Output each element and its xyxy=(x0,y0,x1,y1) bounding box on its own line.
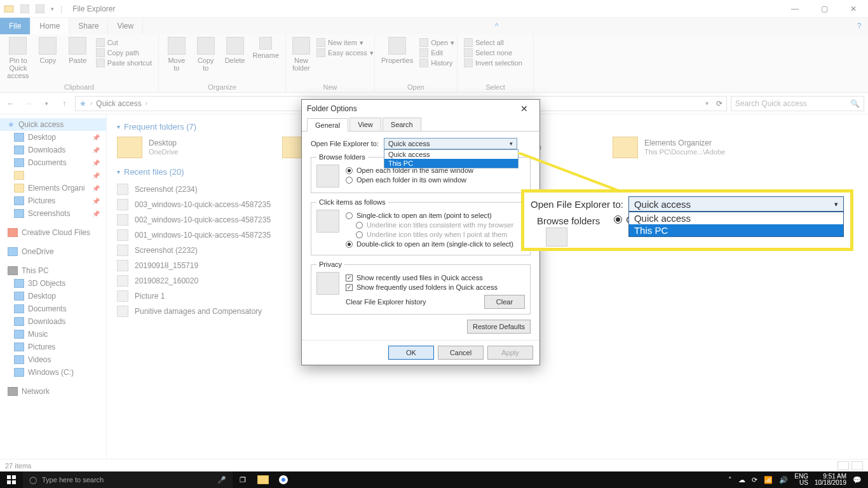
tab-file[interactable]: File xyxy=(0,18,31,34)
copypath-button[interactable]: Copy path xyxy=(96,48,152,57)
callout-option-this-pc[interactable]: This PC xyxy=(629,224,843,236)
edit-button[interactable]: Edit xyxy=(419,48,454,57)
clear-button[interactable]: Clear xyxy=(484,295,525,309)
moveto-button[interactable]: Move to xyxy=(165,37,188,72)
folder-item[interactable]: Elements OrganizerThis PC\Docume...\Adob… xyxy=(613,137,752,158)
easyaccess-button[interactable]: Easy access ▾ xyxy=(316,48,374,57)
sidebar-quick-access[interactable]: ★Quick access xyxy=(0,118,106,131)
radio-single-click[interactable]: Single-click to open an item (point to s… xyxy=(346,212,513,219)
tab-home[interactable]: Home xyxy=(31,18,69,34)
taskbar-explorer-icon[interactable] xyxy=(253,471,273,488)
help-icon[interactable]: ? xyxy=(850,18,868,34)
rename-button[interactable]: Rename xyxy=(252,37,279,59)
task-view-icon[interactable]: ❐ xyxy=(233,471,253,488)
open-button[interactable]: Open ▾ xyxy=(419,38,454,47)
callout-combo[interactable]: Quick access ▾ Quick access This PC xyxy=(628,196,844,212)
callout-option-quick-access[interactable]: Quick access xyxy=(629,212,843,224)
folder-item[interactable]: DesktopOneDrive xyxy=(117,137,257,158)
nav-forward-icon[interactable]: → xyxy=(22,97,36,111)
view-large-icon[interactable] xyxy=(851,461,863,470)
selectnone-button[interactable]: Select none xyxy=(464,48,522,57)
view-details-icon[interactable] xyxy=(837,461,849,470)
apply-button[interactable]: Apply xyxy=(487,346,533,360)
maximize-button[interactable]: ▢ xyxy=(810,0,839,18)
tray-clock[interactable]: 9:51 AM10/18/2019 xyxy=(815,473,846,487)
qat-properties-icon[interactable] xyxy=(20,4,29,13)
newfolder-button[interactable]: New folder xyxy=(292,37,310,72)
open-explorer-combo[interactable]: Quick access ▾ Quick access This PC xyxy=(384,138,517,149)
tray-onedrive-icon[interactable]: ☁ xyxy=(738,476,745,484)
nav-up-icon[interactable]: ↑ xyxy=(57,97,71,111)
restore-defaults-button[interactable]: Restore Defaults xyxy=(467,320,531,334)
radio-own-window[interactable]: Open each folder in its own window xyxy=(346,176,473,184)
sidebar-item[interactable]: Screenshots📌 xyxy=(0,207,106,220)
sidebar-this-pc[interactable]: This PC xyxy=(0,264,106,277)
delete-button[interactable]: Delete xyxy=(224,37,247,64)
taskbar-chrome-icon[interactable] xyxy=(273,471,294,488)
sidebar-item[interactable]: Windows (C:) xyxy=(0,366,106,379)
ribbon-collapse-icon[interactable]: ^ xyxy=(488,18,506,34)
dialog-tab-view[interactable]: View xyxy=(349,118,381,131)
newitem-button[interactable]: New item ▾ xyxy=(316,38,374,47)
ok-button[interactable]: OK xyxy=(388,346,434,360)
taskbar-search[interactable]: ◯Type here to search🎤 xyxy=(23,471,233,488)
svg-rect-8 xyxy=(257,475,269,484)
sidebar-item[interactable]: Downloads xyxy=(0,315,106,328)
svg-rect-5 xyxy=(12,475,16,479)
sidebar-item[interactable]: Music xyxy=(0,328,106,341)
cut-button[interactable]: Cut xyxy=(96,38,152,47)
minimize-button[interactable]: — xyxy=(780,0,810,18)
pin-quickaccess-button[interactable]: Pin to Quick access xyxy=(6,37,30,79)
invertselection-button[interactable]: Invert selection xyxy=(464,58,522,67)
file-icon xyxy=(117,245,128,256)
dialog-tab-general[interactable]: General xyxy=(307,118,348,132)
sidebar-item[interactable]: 3D Objects xyxy=(0,277,106,290)
check-frequent-folders[interactable]: Show frequently used folders in Quick ac… xyxy=(346,283,525,291)
tray-volume-icon[interactable]: 🔊 xyxy=(779,476,788,484)
tray-up-icon[interactable]: ˄ xyxy=(728,476,732,484)
dialog-tab-search[interactable]: Search xyxy=(383,118,421,131)
mic-icon[interactable]: 🎤 xyxy=(217,476,226,484)
file-icon xyxy=(117,306,128,317)
refresh-icon[interactable]: ⟳ xyxy=(716,99,722,108)
nav-recent-icon[interactable]: ▾ xyxy=(39,97,53,111)
sidebar-item[interactable]: Pictures📌 xyxy=(0,194,106,207)
properties-button[interactable]: Properties xyxy=(381,37,413,64)
tab-view[interactable]: View xyxy=(108,18,143,34)
check-recent-files[interactable]: Show recently used files in Quick access xyxy=(346,274,525,281)
sidebar-creative-cloud[interactable]: Creative Cloud Files xyxy=(0,226,106,239)
selectall-button[interactable]: Select all xyxy=(464,38,522,47)
sidebar-onedrive[interactable]: OneDrive xyxy=(0,245,106,258)
cancel-button[interactable]: Cancel xyxy=(438,346,484,360)
sidebar-network[interactable]: Network xyxy=(0,385,106,398)
sidebar-item[interactable]: Desktop📌 xyxy=(0,131,106,144)
sidebar-item[interactable]: Documents xyxy=(0,302,106,315)
tray-wifi-icon[interactable]: 📶 xyxy=(764,476,773,484)
search-input[interactable]: Search Quick access 🔍 xyxy=(731,96,864,111)
copy-button[interactable]: Copy xyxy=(36,37,60,64)
sidebar-item[interactable]: Documents📌 xyxy=(0,156,106,169)
radio-double-click[interactable]: Double-click to open an item (single-cli… xyxy=(346,240,513,248)
nav-back-icon[interactable]: ← xyxy=(4,97,18,111)
dialog-close-icon[interactable]: ✕ xyxy=(514,104,534,114)
sidebar-item[interactable]: Downloads📌 xyxy=(0,144,106,156)
qat-dropdown-icon[interactable]: ▾ xyxy=(51,6,54,12)
tray-notifications-icon[interactable]: 💬 xyxy=(853,476,862,484)
sidebar-item[interactable]: Videos xyxy=(0,353,106,366)
tab-share[interactable]: Share xyxy=(69,18,108,34)
pasteshortcut-button[interactable]: Paste shortcut xyxy=(96,58,152,67)
dropdown-option-this-pc[interactable]: This PC xyxy=(384,159,518,168)
history-button[interactable]: History xyxy=(419,58,454,67)
tray-sync-icon[interactable]: ⟳ xyxy=(752,476,757,484)
qat-newfolder-icon[interactable] xyxy=(36,4,44,13)
paste-button[interactable]: Paste xyxy=(66,37,90,64)
sidebar-item[interactable]: 📌 xyxy=(0,169,106,182)
sidebar-item[interactable]: Pictures xyxy=(0,341,106,353)
sidebar-item[interactable]: Elements Organi📌 xyxy=(0,182,106,194)
close-button[interactable]: ✕ xyxy=(839,0,868,18)
start-button[interactable] xyxy=(0,471,23,488)
tray-lang[interactable]: ENGUS xyxy=(794,473,808,487)
sidebar-item[interactable]: Desktop xyxy=(0,290,106,302)
copyto-button[interactable]: Copy to xyxy=(194,37,217,72)
dropdown-option-quick-access[interactable]: Quick access xyxy=(384,150,518,159)
